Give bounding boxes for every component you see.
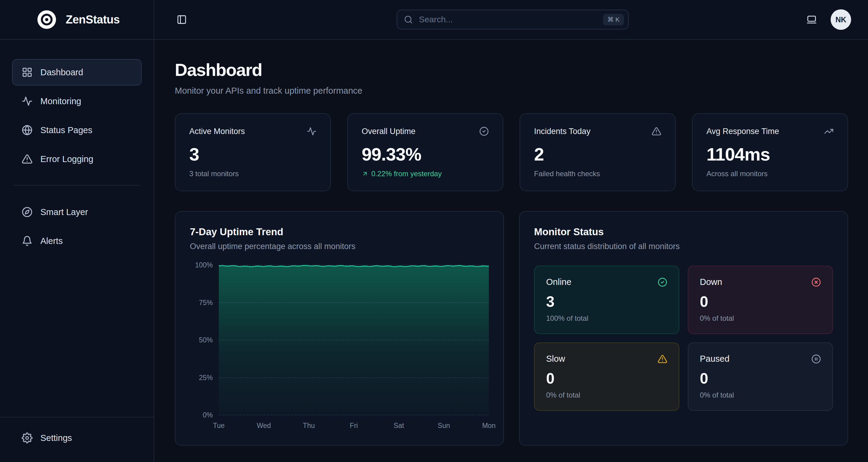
x-axis-label: Sun — [438, 422, 450, 430]
sidebar-item-label: Monitoring — [40, 96, 81, 106]
plot-area — [219, 265, 489, 415]
arrow-up-right-icon — [362, 170, 368, 177]
stat-label: Incidents Today — [534, 127, 590, 136]
stat-sub-text: 0.22% from yesterday — [371, 170, 441, 178]
stat-sub: 3 total monitors — [189, 170, 316, 178]
sidebar-footer: Settings — [0, 417, 154, 462]
alert-triangle-icon — [658, 354, 667, 364]
alert-triangle-icon — [652, 127, 661, 136]
laptop-icon — [807, 14, 817, 25]
y-axis: 100%75%50%25%0% — [190, 265, 219, 415]
sidebar-item-label: Dashboard — [40, 67, 83, 77]
panel-title: 7-Day Uptime Trend — [190, 226, 489, 238]
pause-circle-icon — [811, 354, 821, 364]
sidebar-item-label: Smart Layer — [40, 207, 88, 217]
stats-row: Active Monitors 3 3 total monitors Overa… — [175, 113, 848, 191]
status-sub: 100% of total — [546, 314, 667, 323]
app-logo[interactable]: ZenStatus — [0, 0, 154, 40]
app-name: ZenStatus — [66, 13, 120, 26]
search-shortcut-badge: ⌘ K — [603, 14, 624, 25]
app-root: ZenStatus ⌘ K — [0, 0, 868, 462]
status-label: Down — [700, 277, 722, 287]
sidebar-item-smart-layer[interactable]: Smart Layer — [12, 199, 142, 225]
status-card-down: Down 0 0% of total — [688, 266, 833, 334]
stat-sub: Across all monitors — [707, 170, 834, 178]
stat-label: Overall Uptime — [362, 127, 415, 136]
x-axis-label: Sat — [394, 422, 404, 430]
stat-label: Active Monitors — [189, 127, 245, 136]
stat-label: Avg Response Time — [707, 127, 779, 136]
main-content: Dashboard Monitor your APIs and track up… — [154, 40, 868, 462]
status-card-paused: Paused 0 0% of total — [688, 342, 833, 411]
theme-toggle-button[interactable] — [804, 12, 819, 27]
uptime-trend-panel: 7-Day Uptime Trend Overall uptime percen… — [175, 211, 504, 446]
avatar[interactable]: NK — [831, 9, 851, 30]
x-axis-label: Thu — [303, 422, 315, 430]
sidebar-item-monitoring[interactable]: Monitoring — [12, 88, 142, 114]
panel-title: Monitor Status — [534, 226, 833, 238]
activity-icon — [307, 127, 316, 136]
gear-icon — [22, 432, 33, 443]
sidebar-item-error-logging[interactable]: Error Logging — [12, 146, 142, 172]
topbar: ⌘ K NK — [154, 0, 868, 40]
page-title: Dashboard — [175, 60, 848, 80]
stat-card-avg-response-time: Avg Response Time 1104ms Across all moni… — [692, 113, 848, 191]
sidebar-item-label: Error Logging — [40, 154, 93, 164]
compass-icon — [22, 207, 33, 218]
search-input[interactable] — [419, 15, 597, 24]
layout-grid-icon — [22, 67, 33, 78]
sidebar-toggle-button[interactable] — [174, 12, 189, 27]
status-value: 3 — [546, 293, 667, 310]
check-circle-icon — [658, 277, 667, 287]
panel-left-icon — [177, 14, 187, 25]
check-circle-icon — [479, 127, 489, 136]
zenstatus-logo-icon — [36, 8, 58, 31]
sidebar-item-label: Alerts — [40, 236, 63, 246]
area-chart-svg — [219, 265, 489, 415]
status-sub: 0% of total — [700, 314, 821, 323]
sidebar-divider — [13, 185, 141, 186]
x-axis: TueWedThuFriSatSunMon — [219, 415, 489, 431]
y-axis-label: 25% — [199, 373, 213, 382]
bell-icon — [22, 235, 33, 246]
sidebar-item-alerts[interactable]: Alerts — [12, 228, 142, 254]
x-circle-icon — [811, 277, 821, 287]
y-axis-label: 100% — [195, 261, 213, 269]
sidebar-item-settings[interactable]: Settings — [12, 425, 142, 451]
activity-icon — [22, 96, 33, 107]
search-icon — [404, 15, 413, 24]
x-axis-label: Wed — [257, 422, 271, 430]
trending-up-icon — [824, 127, 834, 136]
status-sub: 0% of total — [546, 391, 667, 399]
x-axis-label: Mon — [482, 422, 496, 430]
stat-value: 99.33% — [362, 144, 489, 165]
sidebar-item-status-pages[interactable]: Status Pages — [12, 117, 142, 143]
status-label: Online — [546, 277, 571, 287]
status-grid: Online 3 100% of total Down — [534, 266, 833, 411]
y-axis-label: 0% — [203, 411, 213, 419]
page-subtitle: Monitor your APIs and track uptime perfo… — [175, 86, 848, 96]
sidebar-item-label: Settings — [40, 433, 72, 443]
stat-value: 3 — [189, 144, 316, 165]
stat-card-overall-uptime: Overall Uptime 99.33% 0.22% from yeste — [347, 113, 503, 191]
stat-sub: Failed health checks — [534, 170, 661, 178]
x-axis-label: Tue — [213, 422, 225, 430]
sidebar: Dashboard Monitoring Status Pages — [0, 40, 154, 462]
stat-value: 1104ms — [707, 144, 834, 165]
sidebar-nav: Dashboard Monitoring Status Pages — [12, 59, 142, 257]
status-value: 0 — [546, 370, 667, 387]
status-sub: 0% of total — [700, 391, 821, 399]
status-card-online: Online 3 100% of total — [534, 266, 679, 334]
panels-row: 7-Day Uptime Trend Overall uptime percen… — [175, 211, 848, 446]
sidebar-item-dashboard[interactable]: Dashboard — [12, 59, 142, 86]
panel-subtitle: Overall uptime percentage across all mon… — [190, 242, 489, 251]
search-box[interactable]: ⌘ K — [397, 10, 629, 30]
status-label: Slow — [546, 354, 565, 364]
panel-subtitle: Current status distribution of all monit… — [534, 242, 833, 251]
sidebar-item-label: Status Pages — [40, 125, 93, 135]
y-axis-label: 75% — [199, 298, 213, 306]
stat-sub-trend: 0.22% from yesterday — [362, 170, 489, 178]
globe-icon — [22, 125, 33, 135]
status-card-slow: Slow 0 0% of total — [534, 342, 679, 411]
stat-card-active-monitors: Active Monitors 3 3 total monitors — [175, 113, 331, 191]
